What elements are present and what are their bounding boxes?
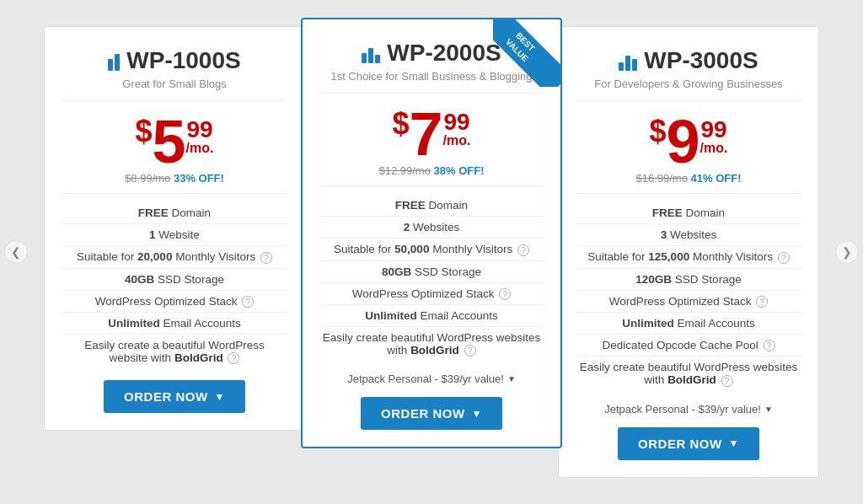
feature-item: Suitable for 50,000 Monthly Visitors ? bbox=[319, 239, 544, 260]
order-button-3[interactable]: ORDER NOW ▼ bbox=[618, 427, 759, 460]
jetpack-chevron-2: ▼ bbox=[507, 374, 516, 383]
feature-item: 1 Website bbox=[62, 224, 287, 246]
feature-item: Easily create beautiful WordPress websit… bbox=[319, 327, 544, 361]
feature-item: Suitable for 125,000 Monthly Visitors ? bbox=[576, 246, 801, 268]
feature-item: Unlimited Email Accounts bbox=[62, 313, 287, 335]
feature-item: FREE Domain bbox=[576, 202, 801, 224]
jetpack-line-2: Jetpack Personal - $39/yr value! ▼ bbox=[319, 373, 544, 385]
price-original-3: $16.99/mo 41% OFF! bbox=[576, 172, 801, 185]
discount-3: 41% OFF! bbox=[691, 172, 742, 185]
plan-name-2: WP-2000S bbox=[387, 40, 501, 67]
plan-icon-3 bbox=[619, 51, 637, 71]
price-number-1: 5 bbox=[153, 111, 186, 172]
feature-item: Suitable for 20,000 Monthly Visitors ? bbox=[62, 246, 287, 268]
jetpack-text-2: Jetpack Personal - $39/yr value! bbox=[347, 373, 504, 385]
discount-2: 38% OFF! bbox=[434, 164, 485, 177]
feature-item: Easily create a beautiful WordPresswebsi… bbox=[62, 335, 287, 368]
price-cents-1: 99 bbox=[186, 118, 214, 142]
plan-tagline-3: For Developers & Growing Businesses bbox=[576, 78, 801, 101]
order-button-1[interactable]: ORDER NOW ▼ bbox=[104, 380, 245, 413]
plan-icon-1 bbox=[108, 51, 120, 71]
info-icon[interactable]: ? bbox=[778, 252, 790, 264]
price-number-2: 7 bbox=[410, 104, 443, 164]
plan-icon-2 bbox=[362, 43, 380, 63]
price-mo-2: /mo. bbox=[443, 134, 471, 147]
feature-item: FREE Domain bbox=[62, 202, 287, 224]
price-mo-1: /mo. bbox=[186, 142, 214, 155]
jetpack-chevron-3: ▼ bbox=[764, 405, 773, 414]
info-icon[interactable]: ? bbox=[756, 296, 768, 308]
icon-bar-2 bbox=[368, 48, 373, 63]
nav-arrow-right[interactable]: ❯ bbox=[835, 240, 859, 264]
feature-item: 2 Websites bbox=[319, 217, 544, 239]
price-original-2: $12.99/mo 38% OFF! bbox=[319, 164, 544, 177]
icon-bar-2 bbox=[115, 54, 120, 71]
icon-bar-1 bbox=[619, 62, 624, 71]
info-icon[interactable]: ? bbox=[242, 296, 254, 308]
feature-item: Dedicated Opcode Cache Pool ? bbox=[576, 335, 801, 357]
info-icon[interactable]: ? bbox=[721, 375, 733, 387]
order-chevron-2: ▼ bbox=[472, 408, 482, 420]
feature-item: FREE Domain bbox=[319, 195, 544, 217]
plan-card-wp2000s: WP-2000S 1st Choice for Small Business &… bbox=[301, 18, 562, 448]
price-original-1: $8.99/mo 33% OFF! bbox=[62, 172, 287, 185]
price-cents-3: 99 bbox=[700, 118, 728, 142]
feature-item: WordPress Optimized Stack ? bbox=[319, 283, 544, 305]
feature-item: WordPress Optimized Stack ? bbox=[62, 291, 287, 313]
info-icon[interactable]: ? bbox=[764, 340, 775, 351]
plan-header-1: WP-1000S bbox=[62, 47, 287, 74]
feature-item: 120GB SSD Storage bbox=[576, 269, 801, 291]
icon-bar-3 bbox=[375, 55, 380, 63]
jetpack-text-3: Jetpack Personal - $39/yr value! bbox=[604, 403, 761, 416]
price-block-1: $ 5 99 /mo. $8.99/mo 33% OFF! bbox=[62, 111, 287, 185]
icon-bar-3 bbox=[632, 59, 637, 71]
plan-name-3: WP-3000S bbox=[644, 47, 758, 74]
price-mo-3: /mo. bbox=[700, 142, 728, 155]
price-dollar-3: $ bbox=[650, 116, 667, 147]
feature-item: 3 Websites bbox=[576, 224, 801, 246]
plan-tagline-2: 1st Choice for Small Business & Blogging bbox=[319, 70, 544, 94]
order-label-3: ORDER NOW bbox=[638, 437, 722, 451]
features-list-1: FREE Domain 1 Website Suitable for 20,00… bbox=[62, 202, 287, 368]
order-label-2: ORDER NOW bbox=[381, 406, 465, 421]
icon-bar-1 bbox=[108, 59, 113, 71]
plan-tagline-1: Great for Small Blogs bbox=[62, 78, 287, 101]
plan-header-2: WP-2000S bbox=[319, 40, 544, 67]
price-dollar-2: $ bbox=[393, 109, 410, 139]
order-chevron-3: ▼ bbox=[729, 437, 739, 449]
order-label-1: ORDER NOW bbox=[124, 389, 208, 404]
plan-header-3: WP-3000S bbox=[576, 47, 801, 74]
feature-item: 80GB SSD Storage bbox=[319, 261, 544, 283]
feature-item: 40GB SSD Storage bbox=[62, 269, 287, 291]
plan-name-1: WP-1000S bbox=[126, 47, 240, 74]
order-chevron-1: ▼ bbox=[215, 391, 225, 403]
price-block-3: $ 9 99 /mo. $16.99/mo 41% OFF! bbox=[576, 111, 801, 185]
feature-item: Unlimited Email Accounts bbox=[576, 313, 801, 335]
info-icon[interactable]: ? bbox=[499, 288, 511, 300]
feature-item: Easily create beautiful WordPress websit… bbox=[576, 357, 801, 390]
price-cents-2: 99 bbox=[443, 110, 471, 134]
info-icon[interactable]: ? bbox=[228, 352, 239, 364]
features-list-3: FREE Domain 3 Websites Suitable for 125,… bbox=[576, 202, 801, 391]
discount-1: 33% OFF! bbox=[174, 172, 224, 185]
price-number-3: 9 bbox=[667, 111, 700, 172]
feature-item: WordPress Optimized Stack ? bbox=[576, 291, 801, 313]
icon-bar-1 bbox=[362, 53, 367, 63]
jetpack-line-3: Jetpack Personal - $39/yr value! ▼ bbox=[576, 403, 801, 416]
info-icon[interactable]: ? bbox=[464, 345, 476, 357]
order-button-2[interactable]: ORDER NOW ▼ bbox=[361, 397, 502, 430]
price-block-2: $ 7 99 /mo. $12.99/mo 38% OFF! bbox=[319, 104, 544, 177]
feature-item: Unlimited Email Accounts bbox=[319, 305, 544, 327]
icon-bar-2 bbox=[625, 56, 630, 71]
nav-arrow-left[interactable]: ❮ bbox=[4, 240, 28, 264]
features-list-2: FREE Domain 2 Websites Suitable for 50,0… bbox=[319, 195, 544, 361]
pricing-container: WP-1000S Great for Small Blogs $ 5 99 /m… bbox=[0, 9, 863, 495]
plan-card-wp1000s: WP-1000S Great for Small Blogs $ 5 99 /m… bbox=[44, 26, 305, 431]
plan-card-wp3000s: WP-3000S For Developers & Growing Busine… bbox=[558, 26, 819, 478]
info-icon[interactable]: ? bbox=[260, 252, 272, 264]
price-dollar-1: $ bbox=[136, 116, 153, 147]
info-icon[interactable]: ? bbox=[517, 244, 529, 256]
